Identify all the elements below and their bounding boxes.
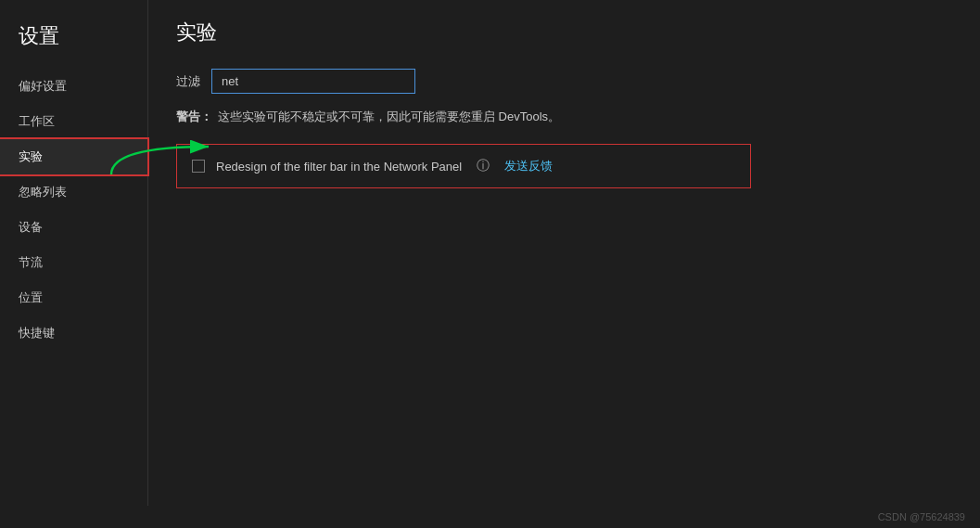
sidebar-title: 设置: [0, 15, 147, 69]
sidebar-item-location[interactable]: 位置: [0, 280, 147, 316]
warning-text: 这些实验可能不稳定或不可靠，因此可能需要您重启 DevTools。: [218, 109, 560, 125]
filter-label: 过滤: [176, 73, 200, 90]
warning-row: 警告： 这些实验可能不稳定或不可靠，因此可能需要您重启 DevTools。: [176, 109, 952, 125]
sidebar-item-throttling[interactable]: 节流: [0, 245, 147, 280]
experiment-checkbox[interactable]: [192, 160, 205, 173]
filter-input[interactable]: [211, 69, 415, 94]
page-title: 实验: [176, 19, 952, 46]
sidebar-item-workspace[interactable]: 工作区: [0, 104, 147, 139]
warning-label: 警告：: [176, 109, 212, 125]
sidebar-item-devices[interactable]: 设备: [0, 210, 147, 245]
sidebar-item-experiments[interactable]: 实验: [0, 139, 147, 174]
sidebar-item-shortcuts[interactable]: 快捷键: [0, 316, 147, 351]
footer-text: CSDN @75624839: [878, 511, 965, 522]
filter-row: 过滤: [176, 69, 952, 94]
feedback-link[interactable]: 发送反馈: [504, 158, 553, 174]
experiment-text: Redesign of the filter bar in the Networ…: [216, 160, 462, 174]
footer: CSDN @75624839: [0, 506, 980, 528]
help-icon[interactable]: ⓘ: [477, 158, 490, 174]
sidebar-item-preferences[interactable]: 偏好设置: [0, 69, 147, 104]
sidebar: 设置 偏好设置 工作区 实验 忽略列表 设备 节流 位置 快捷键: [0, 0, 148, 506]
main-content: 实验 过滤 警告： 这些实验可能不稳定或不可靠，因此可能需要您重启 DevToo…: [148, 0, 980, 506]
experiment-card: Redesign of the filter bar in the Networ…: [176, 144, 751, 188]
sidebar-item-ignorelist[interactable]: 忽略列表: [0, 174, 147, 210]
